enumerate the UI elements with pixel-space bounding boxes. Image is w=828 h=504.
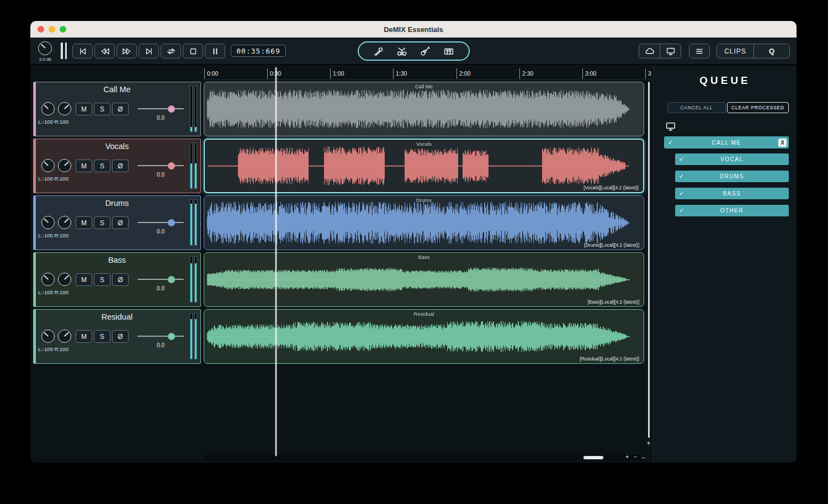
region-version-tag: [Residual][Local][4.2 (latest)] — [580, 356, 639, 362]
zoom-window-button[interactable] — [60, 26, 66, 33]
track-header-residual[interactable]: Residual M S Ø 0.0 L:-100 R:100 — [33, 309, 201, 364]
local-process-button[interactable] — [660, 44, 681, 59]
solo-button[interactable]: S — [94, 330, 110, 343]
clips-button[interactable]: CLIPS — [716, 44, 754, 59]
queue-stem-row-vocal[interactable]: ✓ VOCAL — [675, 153, 789, 165]
volume-value: 0.0 — [137, 115, 184, 121]
pan-right-knob[interactable] — [58, 159, 71, 172]
level-meters — [190, 142, 197, 189]
cancel-all-button[interactable]: CANCEL ALL — [667, 102, 726, 113]
solo-button[interactable]: S — [94, 273, 110, 286]
stop-button[interactable] — [183, 44, 203, 59]
queue-stem-name: OTHER — [720, 208, 744, 214]
track-header-bass[interactable]: Bass M S Ø 0.0 L:-100 R:100 — [33, 252, 201, 307]
audio-region-residual[interactable]: Residual [Residual][Local][4.2 (latest)] — [204, 309, 644, 364]
queue-stem-row-drums[interactable]: ✓ DRUMS — [675, 171, 789, 182]
window-controls — [38, 21, 66, 38]
solo-button[interactable]: S — [94, 103, 110, 115]
horizontal-scrollbar-handle[interactable] — [583, 456, 603, 459]
skip-to-end-button[interactable] — [139, 44, 159, 59]
solo-button[interactable]: S — [94, 160, 110, 172]
queue-job-row[interactable]: ✓ CALL ME X — [664, 136, 789, 148]
cloud-process-button[interactable] — [639, 44, 660, 59]
pan-right-knob[interactable] — [58, 273, 71, 286]
menu-button[interactable] — [689, 44, 710, 59]
drums-icon[interactable] — [395, 46, 408, 56]
check-icon: ✓ — [679, 207, 684, 214]
pan-right-knob[interactable] — [58, 102, 71, 115]
phase-button[interactable]: Ø — [112, 330, 129, 343]
rewind-button[interactable] — [94, 44, 115, 59]
master-gain-knob[interactable] — [38, 41, 52, 55]
zoom-in-button[interactable]: + — [625, 453, 629, 460]
volume-value: 0.0 — [137, 342, 184, 348]
queue-stem-row-bass[interactable]: ✓ BASS — [675, 188, 789, 199]
volume-slider[interactable] — [137, 218, 184, 227]
pan-left-knob[interactable] — [41, 159, 55, 172]
track-header-drums[interactable]: Drums M S Ø 0.0 L:-100 R:100 — [33, 195, 201, 250]
phase-button[interactable]: Ø — [112, 273, 129, 286]
minimize-window-button[interactable] — [49, 26, 55, 33]
skip-to-start-button[interactable] — [72, 44, 93, 59]
piano-icon[interactable] — [442, 46, 455, 56]
check-icon: ✓ — [668, 139, 673, 146]
fast-forward-button[interactable] — [116, 44, 137, 59]
pan-left-knob[interactable] — [41, 216, 55, 229]
volume-slider-handle[interactable] — [168, 219, 175, 226]
timeline-tick: 1:30 — [393, 68, 407, 79]
vertical-zoom-button[interactable]: + — [645, 439, 652, 447]
pan-left-knob[interactable] — [41, 102, 55, 115]
guitar-icon[interactable] — [419, 46, 431, 56]
queue-stem-row-other[interactable]: ✓ OTHER — [675, 205, 789, 216]
timeline-tick: 2:30 — [519, 68, 533, 79]
pan-right-knob[interactable] — [58, 330, 71, 343]
vertical-scrollbar[interactable] — [648, 82, 650, 438]
track-buttons: M S Ø — [76, 160, 129, 172]
track-header-vocals[interactable]: Vocals M S Ø 0.0 L:-100 R:100 — [33, 139, 201, 193]
phase-button[interactable]: Ø — [112, 216, 129, 229]
playhead[interactable] — [275, 67, 277, 456]
audio-region-drums[interactable]: Drums [Drums][Local][4.2 (latest)] — [204, 195, 644, 250]
queue-title: QUEUE — [654, 75, 797, 87]
audio-region-vocals[interactable]: Vocals [Vocals][Local][4.2 (latest)] — [204, 139, 644, 193]
check-icon: ✓ — [679, 173, 684, 180]
mute-button[interactable]: M — [76, 273, 92, 286]
phase-button[interactable]: Ø — [112, 103, 129, 115]
remove-job-button[interactable]: X — [778, 139, 787, 147]
microphone-icon[interactable] — [372, 46, 384, 56]
audio-region-bass[interactable]: Bass [Bass][Local][4.2 (latest)] — [204, 252, 644, 307]
horizontal-scrollbar[interactable] — [204, 455, 644, 460]
mute-button[interactable]: M — [76, 216, 92, 229]
track-header-call-me[interactable]: Call Me M S Ø 0.0 L:-100 R:100 — [33, 82, 201, 136]
toolbar: 0.0 dB 00:35:669 — [30, 38, 797, 65]
volume-slider[interactable] — [137, 275, 184, 284]
track-name: Residual — [34, 312, 200, 321]
loop-button[interactable] — [161, 44, 181, 59]
loop-icon — [166, 47, 177, 56]
mute-button[interactable]: M — [76, 160, 92, 172]
pan-left-knob[interactable] — [41, 273, 55, 286]
pan-right-knob[interactable] — [58, 216, 71, 229]
clear-processed-button[interactable]: CLEAR PROCESSED — [727, 102, 789, 113]
volume-slider[interactable] — [137, 332, 184, 341]
volume-slider-handle[interactable] — [168, 333, 175, 340]
volume-slider[interactable] — [137, 104, 184, 113]
zoom-fit-icon[interactable]: ↔ — [640, 453, 646, 460]
queue-button[interactable]: Q — [753, 44, 790, 59]
volume-slider-handle[interactable] — [168, 162, 175, 169]
zoom-out-button[interactable]: − — [634, 453, 637, 460]
track-name: Bass — [34, 256, 200, 264]
track-buttons: M S Ø — [76, 273, 129, 286]
pause-button[interactable] — [205, 44, 225, 59]
mute-button[interactable]: M — [76, 103, 92, 115]
timeline-ruler[interactable]: 0:00 0:30 1:00 1:30 2:00 2:30 3:00 3 — [203, 67, 651, 80]
pan-left-knob[interactable] — [41, 330, 55, 343]
mute-button[interactable]: M — [76, 330, 92, 343]
audio-region-call-me[interactable]: Call Me — [204, 82, 644, 136]
close-window-button[interactable] — [38, 26, 44, 33]
solo-button[interactable]: S — [94, 216, 110, 229]
volume-slider-handle[interactable] — [168, 105, 175, 113]
phase-button[interactable]: Ø — [112, 160, 129, 172]
volume-slider-handle[interactable] — [168, 276, 175, 283]
volume-slider[interactable] — [137, 161, 184, 170]
